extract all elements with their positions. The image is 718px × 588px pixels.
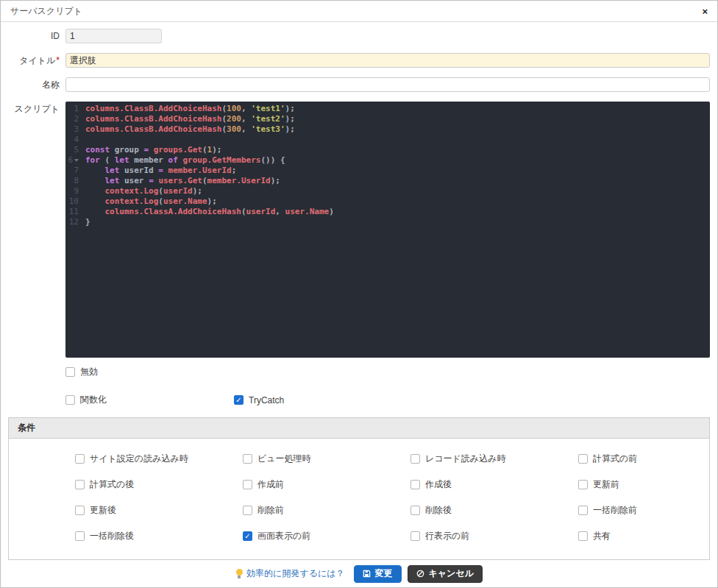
condition-label[interactable]: 削除後	[425, 504, 452, 517]
title-field[interactable]	[65, 53, 710, 68]
condition-item: ビュー処理時	[243, 453, 410, 465]
code-line: 7 let userId = member.UserId;	[65, 166, 710, 176]
script-editor-lines: 1columns.ClassB.AddChoiceHash(100, 'test…	[65, 104, 710, 227]
condition-checkbox[interactable]	[243, 506, 252, 515]
script-editor[interactable]: 1columns.ClassB.AddChoiceHash(100, 'test…	[65, 102, 710, 358]
script-label: スクリプト	[8, 102, 60, 116]
trycatch-checkbox[interactable]: ✓	[234, 395, 244, 405]
id-row: ID	[8, 29, 710, 43]
conditions-grid: サイト設定の読み込み時ビュー処理時レコード読み込み時計算式の前計算式の後作成前作…	[9, 439, 709, 559]
options-row-2: 関数化 ✓ TryCatch	[65, 394, 710, 406]
dialog-header: サーバスクリプト ×	[1, 1, 717, 22]
option-functionalize: 関数化	[65, 394, 234, 406]
title-row: タイトル*	[8, 53, 710, 68]
required-mark: *	[56, 55, 60, 65]
code-line: 8 let user = users.Get(member.UserId);	[65, 176, 710, 186]
id-label: ID	[8, 29, 60, 43]
condition-item: 削除後	[410, 504, 578, 517]
condition-checkbox[interactable]	[410, 506, 420, 515]
code-line: 1columns.ClassB.AddChoiceHash(100, 'test…	[65, 104, 710, 114]
disk-icon	[363, 570, 371, 578]
cancel-button-label: キャンセル	[429, 567, 474, 580]
name-label: 名称	[8, 77, 60, 92]
conditions-fieldset: 条件 サイト設定の読み込み時ビュー処理時レコード読み込み時計算式の前計算式の後作…	[8, 417, 710, 560]
condition-checkbox[interactable]	[578, 454, 588, 464]
name-row: 名称	[8, 77, 710, 92]
condition-item: レコード読み込み時	[410, 453, 578, 465]
condition-checkbox[interactable]	[410, 480, 420, 489]
change-button-label: 変更	[375, 567, 393, 580]
condition-item: 更新後	[75, 504, 243, 517]
code-line: 2columns.ClassB.AddChoiceHash(200, 'test…	[65, 114, 710, 124]
functionalize-label[interactable]: 関数化	[80, 394, 107, 406]
conditions-legend: 条件	[9, 418, 709, 439]
condition-item: 一括削除後	[75, 530, 243, 542]
dialog-title: サーバスクリプト	[10, 5, 82, 18]
condition-label[interactable]: 作成後	[425, 478, 452, 491]
dialog-footer: 効率的に開発するには？ 変更 キャンセル	[1, 560, 717, 587]
condition-checkbox[interactable]	[75, 531, 85, 541]
name-field[interactable]	[65, 77, 710, 92]
condition-label[interactable]: 削除前	[257, 504, 284, 517]
condition-label[interactable]: 一括削除前	[593, 504, 637, 517]
condition-checkbox[interactable]: ✓	[243, 531, 252, 541]
condition-item: 削除前	[243, 504, 410, 517]
cancel-circle-icon	[416, 570, 424, 578]
condition-checkbox[interactable]	[578, 506, 588, 515]
functionalize-checkbox[interactable]	[65, 395, 75, 405]
condition-checkbox[interactable]	[243, 480, 252, 489]
develop-efficiently-link[interactable]: 効率的に開発するには？	[246, 567, 344, 580]
condition-label[interactable]: 一括削除後	[90, 530, 134, 542]
title-label: タイトル*	[8, 53, 60, 68]
change-button[interactable]: 変更	[354, 565, 402, 583]
condition-label[interactable]: 更新前	[593, 478, 619, 491]
code-line: 9 context.Log(userId);	[65, 186, 710, 196]
condition-item: 作成後	[410, 478, 578, 491]
condition-label[interactable]: レコード読み込み時	[425, 453, 505, 465]
condition-item: 共有	[578, 530, 709, 542]
condition-checkbox[interactable]	[578, 531, 588, 541]
condition-checkbox[interactable]	[243, 454, 252, 464]
disabled-label[interactable]: 無効	[80, 366, 98, 378]
condition-label[interactable]: 共有	[593, 530, 611, 542]
server-script-form: ID タイトル* 名称 スクリプト 1columns.ClassB.AddCho…	[1, 22, 717, 358]
code-line: 3columns.ClassB.AddChoiceHash(300, 'test…	[65, 124, 710, 135]
condition-item: 計算式の前	[578, 453, 709, 465]
code-line: 4	[65, 135, 710, 145]
condition-label[interactable]: サイト設定の読み込み時	[90, 453, 188, 465]
condition-label[interactable]: 画面表示の前	[257, 530, 310, 542]
condition-item: 一括削除前	[578, 504, 709, 517]
condition-label[interactable]: 作成前	[257, 478, 284, 491]
condition-checkbox[interactable]	[410, 531, 420, 541]
script-options: 無効 関数化 ✓ TryCatch	[65, 366, 710, 406]
id-field[interactable]	[65, 29, 162, 43]
close-icon[interactable]: ×	[702, 7, 708, 16]
condition-checkbox[interactable]	[75, 506, 85, 515]
condition-label[interactable]: 行表示の前	[425, 530, 469, 542]
code-line: 12}	[65, 217, 710, 227]
condition-checkbox[interactable]	[75, 480, 85, 489]
condition-checkbox[interactable]	[410, 454, 420, 464]
fold-arrow-icon[interactable]	[74, 159, 79, 162]
condition-item: 更新前	[578, 478, 709, 491]
cancel-button[interactable]: キャンセル	[408, 565, 483, 583]
code-line: 5const group = groups.Get(1);	[65, 145, 710, 155]
code-line: 11 columns.ClassA.AddChoiceHash(userId, …	[65, 207, 710, 217]
condition-label[interactable]: ビュー処理時	[257, 453, 311, 465]
disabled-checkbox[interactable]	[65, 367, 75, 377]
hint: 効率的に開発するには？	[235, 567, 344, 580]
condition-item: 作成前	[243, 478, 410, 491]
condition-label[interactable]: 更新後	[90, 504, 116, 517]
trycatch-label[interactable]: TryCatch	[249, 395, 284, 405]
option-disabled: 無効	[65, 366, 710, 378]
condition-checkbox[interactable]	[578, 480, 588, 489]
condition-label[interactable]: 計算式の後	[90, 478, 134, 491]
server-script-dialog: サーバスクリプト × ID タイトル* 名称 スクリプト 1columns.Cl…	[0, 0, 718, 588]
code-line: 6for ( let member of group.GetMembers())…	[65, 155, 710, 166]
condition-item: サイト設定の読み込み時	[75, 453, 243, 465]
condition-item: ✓画面表示の前	[243, 530, 410, 542]
option-trycatch: ✓ TryCatch	[234, 394, 710, 406]
condition-checkbox[interactable]	[75, 454, 85, 464]
condition-label[interactable]: 計算式の前	[593, 453, 637, 465]
condition-item: 行表示の前	[410, 530, 578, 542]
